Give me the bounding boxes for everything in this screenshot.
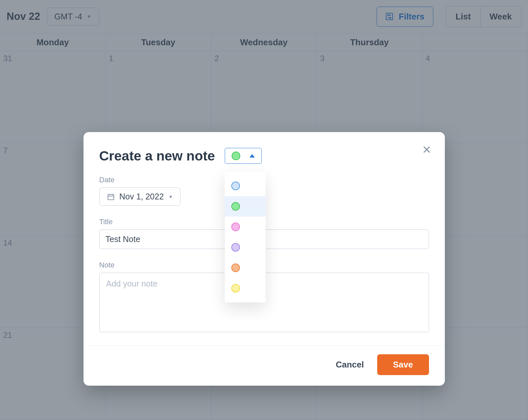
calendar-app: Nov 22 GMT -4 ▼ Filters List Week Monday… bbox=[0, 0, 528, 420]
color-dropdown-menu bbox=[225, 172, 266, 302]
modal-footer: Cancel Save bbox=[83, 345, 445, 386]
color-swatch-selected bbox=[232, 152, 240, 160]
color-option-green[interactable] bbox=[225, 196, 266, 217]
modal-title-row: Create a new note bbox=[99, 148, 429, 164]
save-button[interactable]: Save bbox=[377, 354, 429, 375]
color-swatch-icon bbox=[231, 202, 240, 211]
chevron-down-icon: ▼ bbox=[168, 194, 173, 199]
modal-body: Create a new note bbox=[83, 132, 445, 345]
color-option-yellow[interactable] bbox=[225, 278, 266, 298]
modal-overlay[interactable]: Create a new note bbox=[0, 0, 528, 420]
cancel-button[interactable]: Cancel bbox=[336, 360, 364, 370]
color-swatch-icon bbox=[231, 182, 240, 190]
color-option-pink[interactable] bbox=[225, 217, 266, 237]
color-swatch-icon bbox=[231, 263, 240, 272]
calendar-icon bbox=[107, 193, 115, 201]
color-swatch-icon bbox=[231, 223, 240, 231]
color-option-orange[interactable] bbox=[225, 258, 266, 278]
date-picker[interactable]: Nov 1, 2022 ▼ bbox=[99, 188, 181, 206]
color-select bbox=[225, 148, 262, 164]
color-swatch-icon bbox=[231, 284, 240, 293]
create-note-modal: Create a new note bbox=[83, 132, 445, 386]
color-swatch-icon bbox=[231, 243, 240, 252]
color-option-blue[interactable] bbox=[225, 176, 266, 196]
modal-title: Create a new note bbox=[99, 148, 215, 164]
chevron-up-icon bbox=[249, 154, 255, 158]
close-icon bbox=[422, 150, 432, 156]
svg-rect-7 bbox=[108, 194, 114, 200]
date-value: Nov 1, 2022 bbox=[119, 192, 164, 201]
color-select-button[interactable] bbox=[225, 148, 262, 164]
color-option-purple[interactable] bbox=[225, 237, 266, 258]
close-button[interactable] bbox=[422, 145, 432, 156]
